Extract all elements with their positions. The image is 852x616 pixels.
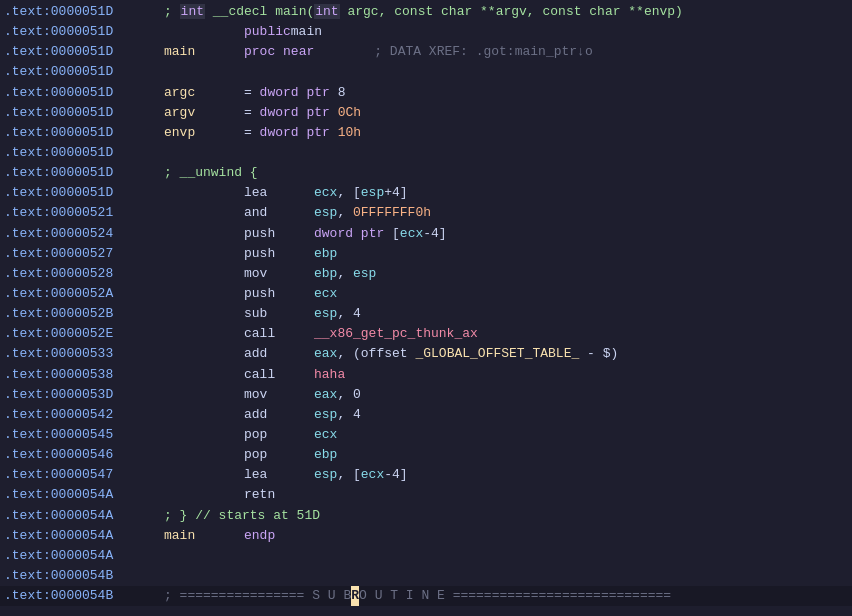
line-main-proc: .text:0000051D main proc near ; DATA XRE…	[0, 42, 852, 62]
line-unwind-end: .text:0000054A ; } // starts at 51D	[0, 506, 852, 526]
line-add-2: .text:00000542 add esp, 4	[0, 405, 852, 425]
line-main-endp: .text:0000054A main endp	[0, 526, 852, 546]
line-sub: .text:0000052B sub esp, 4	[0, 304, 852, 324]
line-push-1: .text:00000524 push dword ptr [ecx-4]	[0, 224, 852, 244]
line-blank-4: .text:0000054B	[0, 566, 852, 586]
line-blank-2: .text:0000051D	[0, 143, 852, 163]
line-call-2: .text:00000538 call haha	[0, 365, 852, 385]
line-push-2: .text:00000527 push ebp	[0, 244, 852, 264]
line-header-comment: .text:0000051D ; int __cdecl main(int ar…	[0, 2, 852, 22]
line-public-main: .text:0000051D public main	[0, 22, 852, 42]
line-blank-3: .text:0000054A	[0, 546, 852, 566]
line-envp: .text:0000051D envp = dword ptr 10h	[0, 123, 852, 143]
line-argv: .text:0000051D argv = dword ptr 0Ch	[0, 103, 852, 123]
line-unwind: .text:0000051D ; __unwind {	[0, 163, 852, 183]
line-pop-1: .text:00000545 pop ecx	[0, 425, 852, 445]
line-retn: .text:0000054A retn	[0, 485, 852, 505]
line-lea-2: .text:00000547 lea esp, [ecx-4]	[0, 465, 852, 485]
line-push-3: .text:0000052A push ecx	[0, 284, 852, 304]
line-lea-1: .text:0000051D lea ecx, [esp+4]	[0, 183, 852, 203]
line-mov-1: .text:00000528 mov ebp, esp	[0, 264, 852, 284]
line-and: .text:00000521 and esp, 0FFFFFFF0h	[0, 203, 852, 223]
line-add-1: .text:00000533 add eax, (offset _GLOBAL_…	[0, 344, 852, 364]
line-argc: .text:0000051D argc = dword ptr 8	[0, 83, 852, 103]
line-call-1: .text:0000052E call __x86_get_pc_thunk_a…	[0, 324, 852, 344]
disassembly-view: .text:0000051D ; int __cdecl main(int ar…	[0, 0, 852, 616]
line-mov-2: .text:0000053D mov eax, 0	[0, 385, 852, 405]
line-separator: .text:0000054B ; ================ S U BR…	[0, 586, 852, 606]
line-pop-2: .text:00000546 pop ebp	[0, 445, 852, 465]
line-blank-1: .text:0000051D	[0, 62, 852, 82]
